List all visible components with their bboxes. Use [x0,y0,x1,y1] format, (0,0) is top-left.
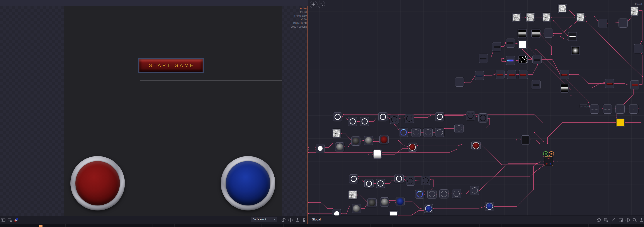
graph-node-hline[interactable] [568,32,577,41]
grid-settings-icon[interactable] [604,218,608,223]
graph-node-barred[interactable] [560,70,569,79]
graph-node-plain[interactable] [455,77,464,87]
graph-node-cblack[interactable] [478,113,488,123]
graph-node-cblack[interactable] [406,177,415,186]
graph-node-plain[interactable] [634,44,643,53]
graph-node-noise[interactable] [348,190,358,199]
graph-node-barblue[interactable] [506,56,515,65]
graph-node-cwhite[interactable] [376,179,385,188]
graph-node-plain[interactable] [598,19,608,28]
node-thumbnail [619,19,627,27]
node-label: START GAME [582,105,586,107]
graph-node-bardark[interactable] [532,55,542,64]
graph-node-cgray[interactable] [435,128,444,137]
graph-node-darksq[interactable] [521,135,530,145]
graph-node-surface[interactable] [544,157,553,166]
graph-node-textnode[interactable]: ... [616,104,624,114]
graph-node-sdark[interactable] [368,198,376,208]
graph-node-cgray[interactable] [412,128,420,137]
graph-node-textsmall[interactable]: START GAME [580,104,587,108]
graph-node-textnode[interactable]: START GAME [590,104,599,114]
graph-node-cgray[interactable] [470,186,479,195]
graph-node-gradv[interactable] [560,84,569,93]
graph-node-sredring[interactable] [408,143,417,152]
graph-node-textnode[interactable]: START GAME [603,104,612,114]
node-thumbnail [532,81,540,88]
graph-node-cwhite[interactable] [333,112,342,121]
graph-node-cgray[interactable] [454,124,464,133]
graph-node-sred[interactable] [380,135,388,144]
graph-node-sgray[interactable] [364,136,373,145]
link-eye-icon[interactable] [596,218,601,223]
graph-breadcrumb[interactable]: Global [312,218,320,221]
graph-node-cwhite[interactable] [378,112,388,121]
node-thumbnail [334,113,341,121]
graph-node-discwhite[interactable] [316,144,325,153]
graph-node-yellow[interactable] [616,118,625,127]
graph-node-glow[interactable] [571,46,580,55]
graph-node-bardark[interactable] [506,38,515,48]
graph-node-white[interactable] [518,40,527,49]
graph-node-bardark[interactable] [532,80,541,89]
graph-node-cblack[interactable] [390,115,399,124]
graph-node-cgray[interactable] [427,190,436,199]
graph-node-gradv[interactable] [531,29,540,38]
graph-node-cwhite[interactable] [435,112,444,121]
graph-node-barredtext[interactable] [630,80,640,89]
node-thumbnail [422,177,429,184]
graph-node-sredring[interactable] [472,141,480,150]
graph-node-cwhite[interactable] [394,174,404,183]
graph-node-cgray[interactable] [452,189,461,198]
graph-node-cwhite[interactable] [349,174,358,184]
graph-node-sgray[interactable] [352,204,361,213]
node-thumbnail [390,116,398,123]
graph-node-cwhite[interactable] [348,117,357,126]
graph-node-bardark[interactable] [492,42,501,51]
node-thumbnail [336,143,344,151]
graph-node-cblue[interactable] [415,190,424,199]
move-icon[interactable] [625,218,630,223]
graph-node-barred[interactable] [519,70,528,79]
graph-node-whitesoft[interactable] [373,150,382,159]
graph-node-gradv[interactable] [518,29,527,38]
graph-node-noise[interactable] [576,13,585,22]
graph-node-cgray[interactable] [424,128,432,137]
graph-node-softred[interactable] [544,28,553,38]
graph-node-barred[interactable] [496,70,505,79]
graph-node-noise[interactable] [526,13,535,22]
node-thumbnail [616,119,624,126]
graph-node-cwhite[interactable] [364,179,374,188]
graph-node-cblack[interactable] [405,114,414,123]
graph-node-textnode2[interactable]: . . [629,104,638,114]
search-icon[interactable] [632,218,637,223]
graph-node-bardark[interactable] [479,54,488,63]
panel-layout-icon[interactable] [618,218,623,223]
graph-node-sgray[interactable] [335,142,344,152]
graph-breadcrumb-bar: Global [308,216,644,225]
graph-node-noise[interactable] [332,129,341,138]
graph-node-barred[interactable] [605,79,614,88]
graph-node-sblue[interactable] [396,197,405,206]
graph-node-noise[interactable] [630,6,639,16]
graph-node-cblack[interactable] [466,111,475,120]
timeline-bar[interactable] [0,225,644,227]
curve-icon[interactable] [611,218,616,223]
graph-node-sbluering[interactable] [485,202,494,211]
graph-node-cgray[interactable] [439,189,448,199]
graph-node-cblack[interactable] [421,176,430,185]
graph-node-barred[interactable] [507,70,516,79]
graph-node-vnoise[interactable] [558,4,567,13]
node-thumbnail [416,191,424,198]
graph-node-cells[interactable] [518,55,528,64]
graph-node-plain[interactable] [618,18,628,28]
graph-node-sdark[interactable] [351,136,360,146]
export-icon[interactable] [639,218,644,223]
graph-node-cblue[interactable] [399,128,408,137]
graph-node-sbluering[interactable] [424,204,433,213]
timeline-scrubber[interactable] [39,225,42,227]
graph-node-noise[interactable] [512,13,521,22]
graph-node-cwhite[interactable] [360,117,369,126]
graph-node-sgray[interactable] [380,197,389,207]
graph-node-barnavy[interactable] [475,71,484,80]
graph-node-noise[interactable] [542,13,551,22]
